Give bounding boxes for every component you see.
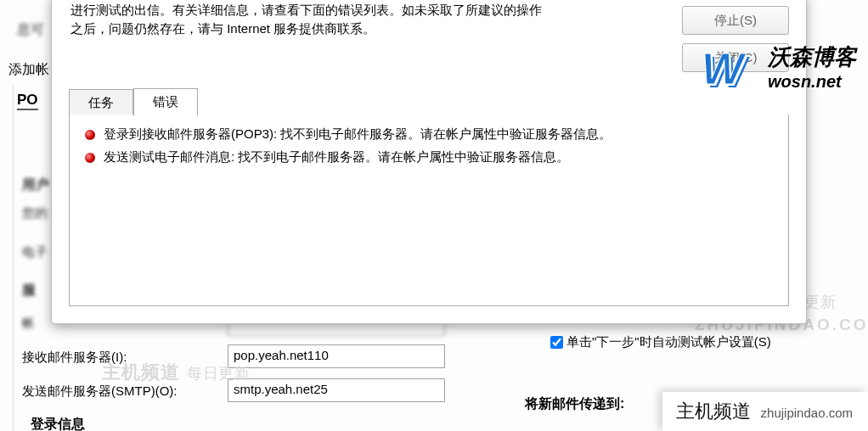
tab-errors[interactable]: 错误 (133, 88, 198, 116)
add-account-label: 添加帐 (8, 61, 49, 79)
logo-overlay: W 沃森博客 wosn.net (702, 42, 856, 92)
errors-panel: 登录到接收邮件服务器(POP3): 找不到电子邮件服务器。请在帐户属性中验证服务… (69, 115, 789, 306)
left-divider (0, 85, 14, 431)
error-icon (85, 130, 95, 140)
brand-cn: 主机频道 (676, 399, 751, 424)
error-icon (85, 153, 95, 163)
section-user: 用户 (22, 176, 49, 194)
account-label: 帐 (22, 316, 35, 332)
email-label: 电子 (22, 244, 48, 260)
deliver-label: 将新邮件传递到: (525, 395, 624, 413)
tab-pop[interactable]: PO (17, 92, 38, 110)
stop-button[interactable]: 停止(S) (682, 6, 789, 35)
section-login: 登录信息 (31, 416, 85, 431)
outer-text-partial: 息可 (17, 21, 44, 39)
error-row: 发送测试电子邮件消息: 找不到电子邮件服务器。请在帐户属性中验证服务器信息。 (85, 149, 773, 165)
auto-test-checkbox[interactable] (550, 336, 563, 349)
outgoing-label: 发送邮件服务器(SMTP)(O): (22, 383, 177, 400)
dialog-tabs: 任务 错误 (69, 87, 198, 115)
outgoing-server-input[interactable]: smtp.yeah.net25 (228, 378, 445, 402)
user-sub: 您的 (22, 205, 48, 221)
dialog-message: 进行测试的出信。有关详细信息，请查看下面的错误列表。如未采取了所建议的操作 之后… (70, 1, 653, 38)
incoming-server-input[interactable]: pop.yeah.net110 (228, 344, 445, 368)
auto-test-checkbox-row[interactable]: 单击"下一步"时自动测试帐户设置(S) (550, 334, 771, 350)
logo-w-icon: W (702, 43, 761, 91)
logo-en: wosn.net (768, 72, 842, 92)
logo-cn: 沃森博客 (768, 42, 856, 72)
auto-test-label: 单击"下一步"时自动测试帐户设置(S) (566, 334, 771, 350)
section-server: 服 (22, 282, 36, 299)
brand-url: zhujipindao.com (761, 406, 853, 420)
error-row: 登录到接收邮件服务器(POP3): 找不到电子邮件服务器。请在帐户属性中验证服务… (85, 126, 773, 143)
incoming-label: 接收邮件服务器(I): (22, 350, 127, 366)
tab-tasks[interactable]: 任务 (69, 89, 133, 116)
error-text: 发送测试电子邮件消息: 找不到电子邮件服务器。请在帐户属性中验证服务器信息。 (104, 149, 569, 165)
brand-corner: 主机频道 zhujipindao.com (662, 392, 868, 431)
test-dialog: 进行测试的出信。有关详细信息，请查看下面的错误列表。如未采取了所建议的操作 之后… (51, 0, 807, 324)
error-text: 登录到接收邮件服务器(POP3): 找不到电子邮件服务器。请在帐户属性中验证服务… (104, 126, 612, 143)
